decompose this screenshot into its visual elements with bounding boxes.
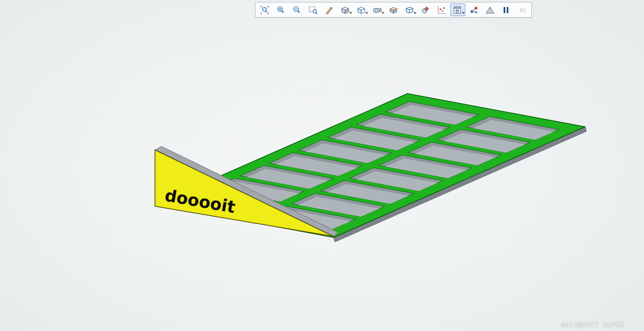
toolbar-button-zoom-to-fit[interactable] [257,4,272,16]
toolbar-button-edit-appearance[interactable] [418,4,433,16]
toolbar-button-assembly-visualization[interactable] [482,4,498,16]
toolbar-button-play[interactable] [515,4,530,16]
dropdown-caret-icon [349,12,352,14]
toolbar-button-pause[interactable] [499,4,514,16]
play-icon [517,5,528,16]
zoom-in-icon [275,5,286,16]
previous-view-icon [324,5,335,16]
toolbar-button-hide-show-items[interactable] [370,4,385,16]
toolbar-button-section-view[interactable] [386,4,401,16]
watermark-text: doit@DOIT SUPER [561,320,624,328]
toolbar-button-view-settings[interactable] [450,4,465,16]
toolbar-button-apply-scene[interactable] [402,4,417,16]
dropdown-caret-icon [414,12,417,14]
dropdown-caret-icon [365,12,368,14]
zoom-out-icon [291,5,302,16]
zoom-to-area-icon [307,5,318,16]
pause-icon [501,5,512,16]
toolbar-button-motion-study[interactable] [434,4,449,16]
mates-icon [468,5,479,16]
toolbar-button-zoom-out[interactable] [289,4,304,16]
toolbar-button-display-style[interactable] [354,4,369,16]
edit-appearance-icon [420,5,431,16]
assembly-visualization-icon [485,5,496,16]
toolbar-button-mates[interactable] [466,4,481,16]
graphics-area: dooooit doit@DOIT SUPER [0,0,644,331]
toolbar-button-zoom-to-area[interactable] [305,4,320,16]
section-view-icon [388,5,399,16]
model-canvas[interactable]: dooooit [0,0,644,331]
toolbar-button-zoom-in[interactable] [273,4,288,16]
toolbar-button-view-orientation[interactable] [338,4,353,16]
toolbar-button-previous-view[interactable] [321,4,337,16]
zoom-to-fit-icon [259,5,270,16]
dropdown-caret-icon [462,12,465,14]
motion-study-icon [436,5,447,16]
dropdown-caret-icon [381,12,384,14]
view-toolbar [255,2,532,18]
